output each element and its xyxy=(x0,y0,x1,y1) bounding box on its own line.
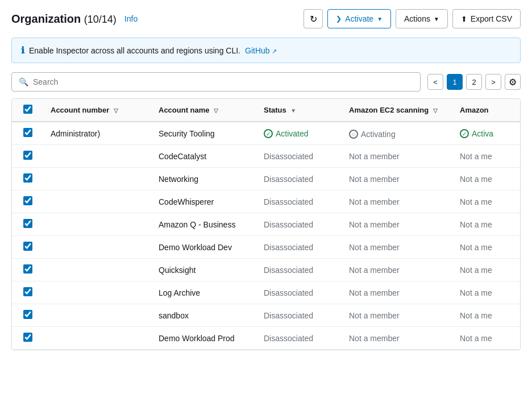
row-checkbox-cell[interactable] xyxy=(12,236,44,259)
amazon-not-member-badge: Not a me xyxy=(460,288,492,297)
table-row: NetworkingDisassociatedNot a memberNot a… xyxy=(12,168,521,190)
amazon-col-cell: Not a me xyxy=(453,327,521,350)
row-checkbox[interactable] xyxy=(23,173,32,183)
external-link-icon: ↗ xyxy=(272,48,277,55)
ec2-scanning-cell: Not a member xyxy=(342,145,453,168)
status-cell: Disassociated xyxy=(257,259,342,281)
status-cell: Disassociated xyxy=(257,236,342,259)
row-checkbox[interactable] xyxy=(23,310,32,319)
actions-button[interactable]: Actions ▼ xyxy=(396,9,448,28)
search-input[interactable] xyxy=(33,77,413,86)
row-checkbox[interactable] xyxy=(23,196,32,205)
ec2-scanning-cell: Not a member xyxy=(342,213,453,236)
column-header-ec2-scanning[interactable]: Amazon EC2 scanning xyxy=(342,99,453,122)
status-sort-icon xyxy=(290,107,296,114)
status-cell: ✓Activated xyxy=(257,122,342,145)
account-number-cell xyxy=(44,327,152,350)
row-checkbox[interactable] xyxy=(23,151,32,160)
account-name-cell: Demo Workload Dev xyxy=(152,236,257,259)
not-member-badge: Not a member xyxy=(349,175,400,184)
row-checkbox[interactable] xyxy=(23,287,32,296)
row-checkbox-cell[interactable] xyxy=(12,327,44,350)
table-row: Log ArchiveDisassociatedNot a memberNot … xyxy=(12,281,521,304)
row-checkbox[interactable] xyxy=(23,219,32,228)
table-row: Administrator)Security Tooling✓Activated… xyxy=(12,122,521,145)
row-checkbox-cell[interactable] xyxy=(12,281,44,304)
next-page-button[interactable]: > xyxy=(485,74,501,90)
table-body: Administrator)Security Tooling✓Activated… xyxy=(12,122,521,350)
ec2-sort-icon xyxy=(433,107,438,114)
row-checkbox-cell[interactable] xyxy=(12,168,44,190)
row-checkbox[interactable] xyxy=(23,333,32,342)
row-checkbox-cell[interactable] xyxy=(12,122,44,145)
search-box[interactable]: 🔍 xyxy=(11,72,421,92)
row-checkbox[interactable] xyxy=(23,242,32,251)
row-checkbox-cell[interactable] xyxy=(12,304,44,327)
ec2-scanning-cell: Not a member xyxy=(342,304,453,327)
status-cell: Disassociated xyxy=(257,190,342,213)
status-badge: Disassociated xyxy=(264,311,313,320)
select-all-checkbox[interactable] xyxy=(23,105,32,114)
account-number-cell: Administrator) xyxy=(44,122,152,145)
account-number-cell xyxy=(44,190,152,213)
status-badge: Disassociated xyxy=(264,152,313,161)
row-checkbox-cell[interactable] xyxy=(12,145,44,168)
status-badge: Disassociated xyxy=(264,334,313,343)
amazon-not-member-badge: Not a me xyxy=(460,152,492,161)
account-name-cell: Amazon Q - Business xyxy=(152,213,257,236)
amazon-not-member-badge: Not a me xyxy=(460,243,492,252)
status-badge: Disassociated xyxy=(264,266,313,275)
search-row: 🔍 < 1 2 > ⚙ xyxy=(11,72,521,92)
pagination: < 1 2 > ⚙ xyxy=(427,74,521,90)
amazon-status-badge: ✓Activa xyxy=(460,129,493,138)
not-member-badge: Not a member xyxy=(349,152,400,161)
prev-page-button[interactable]: < xyxy=(427,74,443,90)
export-csv-button[interactable]: ⬆ Export CSV xyxy=(452,9,521,28)
refresh-button[interactable]: ↻ xyxy=(304,9,323,28)
select-all-header[interactable] xyxy=(12,99,44,122)
table-row: Demo Workload DevDisassociatedNot a memb… xyxy=(12,236,521,259)
row-checkbox-cell[interactable] xyxy=(12,259,44,281)
page-2-button[interactable]: 2 xyxy=(466,74,482,90)
account-name-cell: sandbox xyxy=(152,304,257,327)
not-member-badge: Not a member xyxy=(349,243,400,252)
not-member-badge: Not a member xyxy=(349,220,400,229)
table-container: Account number Account name Status Amazo… xyxy=(11,98,521,350)
row-checkbox[interactable] xyxy=(23,128,32,137)
column-header-account-number[interactable]: Account number xyxy=(44,99,152,122)
search-icon: 🔍 xyxy=(19,77,28,86)
activate-chevron-icon: ▼ xyxy=(377,16,383,22)
activate-button[interactable]: ❯ Activate ▼ xyxy=(327,9,391,28)
info-banner: ℹ Enable Inspector across all accounts a… xyxy=(11,38,521,63)
not-member-badge: Not a member xyxy=(349,266,400,275)
account-number-cell xyxy=(44,145,152,168)
table-row: Demo Workload ProdDisassociatedNot a mem… xyxy=(12,327,521,350)
info-link[interactable]: Info xyxy=(124,14,138,23)
table-row: Amazon Q - BusinessDisassociatedNot a me… xyxy=(12,213,521,236)
github-link[interactable]: GitHub ↗ xyxy=(245,46,277,55)
row-checkbox-cell[interactable] xyxy=(12,190,44,213)
not-member-badge: Not a member xyxy=(349,311,400,320)
ec2-scanning-cell: Not a member xyxy=(342,236,453,259)
account-name-cell: Quicksight xyxy=(152,259,257,281)
account-number-cell xyxy=(44,259,152,281)
table-settings-button[interactable]: ⚙ xyxy=(505,74,521,90)
status-badge: ✓Activated xyxy=(264,129,309,138)
column-header-account-name[interactable]: Account name xyxy=(152,99,257,122)
account-number-cell xyxy=(44,304,152,327)
header-actions: ↻ ❯ Activate ▼ Actions ▼ ⬆ Export CSV xyxy=(304,9,521,28)
row-checkbox[interactable] xyxy=(23,264,32,274)
row-checkbox-cell[interactable] xyxy=(12,213,44,236)
amazon-col-cell: Not a me xyxy=(453,168,521,190)
export-icon: ⬆ xyxy=(461,15,467,23)
account-name-cell: Demo Workload Prod xyxy=(152,327,257,350)
ec2-scanning-cell: Not a member xyxy=(342,190,453,213)
not-member-badge: Not a member xyxy=(349,197,400,206)
page-1-button[interactable]: 1 xyxy=(447,74,463,90)
column-header-status[interactable]: Status xyxy=(257,99,342,122)
column-header-amazon: Amazon xyxy=(453,99,521,122)
amazon-activated-icon: ✓ xyxy=(460,129,469,138)
status-cell: Disassociated xyxy=(257,304,342,327)
status-badge: Disassociated xyxy=(264,288,313,297)
activating-icon: ○ xyxy=(349,130,358,139)
